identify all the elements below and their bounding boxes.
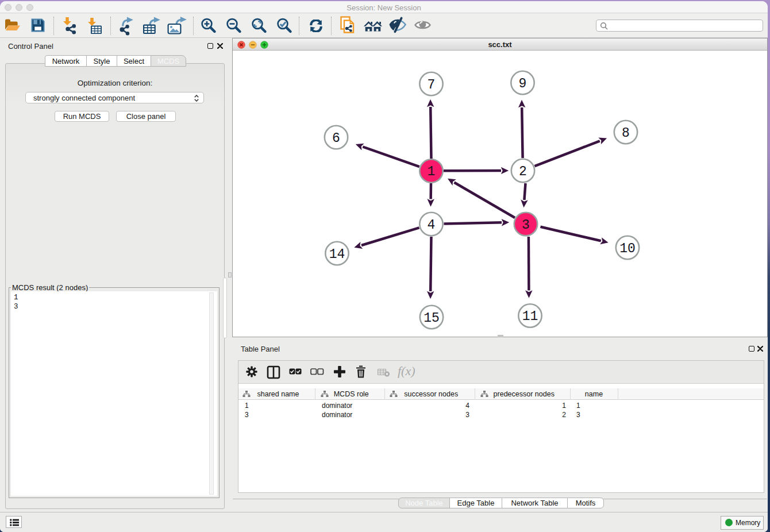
svg-text:11: 11 <box>522 309 538 324</box>
svg-text:7: 7 <box>428 78 436 92</box>
svg-text:10: 10 <box>619 241 636 256</box>
svg-text:6: 6 <box>332 131 340 146</box>
svg-text:14: 14 <box>329 247 345 262</box>
svg-text:3: 3 <box>522 218 530 233</box>
svg-text:15: 15 <box>424 311 440 326</box>
svg-text:9: 9 <box>519 76 527 91</box>
svg-text:1: 1 <box>428 164 436 179</box>
svg-text:4: 4 <box>428 218 436 233</box>
svg-text:8: 8 <box>622 126 630 141</box>
svg-text:2: 2 <box>519 164 527 179</box>
